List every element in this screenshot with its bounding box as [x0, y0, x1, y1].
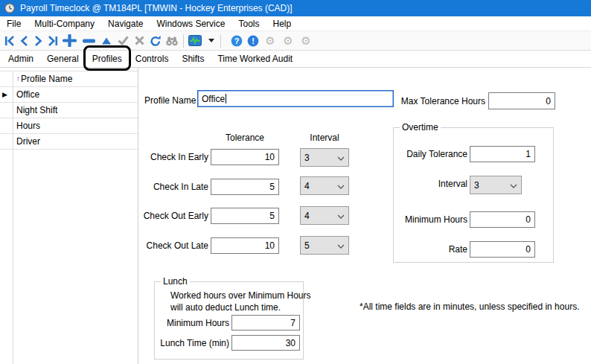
profile-list-panel: ↑ Profile Name ▶ Office Night Shift Hour…: [0, 68, 138, 364]
max-tolerance-hours-label: Max Tolerance Hours: [400, 96, 485, 106]
chevron-down-icon: [337, 153, 345, 163]
check-out-late-interval-value: 5: [304, 240, 310, 251]
overtime-interval-select[interactable]: 3: [470, 176, 522, 194]
check-out-early-interval-value: 4: [304, 211, 310, 221]
monitor-dropdown-icon[interactable]: [203, 33, 217, 49]
daily-tolerance-label: Daily Tolerance: [394, 149, 467, 159]
check-in-late-tolerance-value: 5: [269, 182, 275, 192]
tolerance-column-header: Tolerance: [211, 132, 279, 143]
menu-multi-company[interactable]: Multi-Company: [28, 17, 101, 31]
timeclock-monitor-icon[interactable]: [187, 33, 203, 49]
menu-file[interactable]: File: [0, 17, 28, 31]
binoculars-find-icon[interactable]: [164, 33, 180, 49]
window-title: Payroll Timeclock @ TM184PL [TMWIN - Hoc…: [20, 3, 293, 13]
lunch-groupbox: Lunch Worked hours over Minimum Hours wi…: [154, 281, 304, 360]
check-in-early-interval-select[interactable]: 3: [300, 148, 349, 167]
check-in-early-interval-value: 3: [304, 153, 310, 163]
check-out-early-interval-select[interactable]: 4: [300, 206, 349, 225]
check-in-early-tolerance-input[interactable]: 10: [211, 149, 279, 165]
overtime-minimum-hours-label: Minimum Hours: [394, 214, 467, 225]
check-out-late-tolerance-value: 10: [265, 240, 275, 251]
tab-controls[interactable]: Controls: [129, 51, 176, 66]
gear-icon[interactable]: ⚙: [297, 35, 315, 46]
lunch-description-line2: will auto deduct Lunch time.: [170, 302, 281, 313]
delete-record-icon[interactable]: [79, 33, 98, 49]
profile-row-label: Office: [16, 89, 39, 100]
add-record-icon[interactable]: [60, 33, 79, 49]
sort-ascending-icon: ↑: [16, 74, 20, 83]
daily-tolerance-input[interactable]: 1: [470, 146, 535, 162]
profile-row-hours[interactable]: Hours: [0, 118, 138, 134]
menu-help[interactable]: Help: [266, 17, 298, 31]
titlebar: Payroll Timeclock @ TM184PL [TMWIN - Hoc…: [0, 0, 591, 16]
overtime-interval-value: 3: [474, 180, 479, 191]
chevron-down-icon: [337, 240, 345, 251]
check-in-late-tolerance-input[interactable]: 5: [211, 179, 279, 195]
check-out-late-tolerance-input[interactable]: 10: [211, 237, 279, 254]
accept-icon[interactable]: [115, 33, 131, 49]
check-in-late-interval-value: 4: [304, 181, 310, 191]
lunch-time-value: 30: [286, 338, 296, 348]
toolbar-separator: [183, 34, 184, 48]
profile-row-label: Driver: [16, 136, 40, 147]
menu-navigate[interactable]: Navigate: [101, 17, 150, 31]
refresh-icon[interactable]: [147, 33, 164, 49]
gear-icon[interactable]: ⚙: [261, 35, 279, 46]
check-out-late-interval-select[interactable]: 5: [300, 236, 349, 255]
chevron-down-icon: [510, 180, 517, 191]
max-tolerance-hours-value: 0: [546, 96, 551, 106]
gear-icon[interactable]: ⚙: [279, 35, 297, 46]
lunch-description-line1: Worked hours over Minimum Hours: [170, 290, 311, 301]
check-out-early-tolerance-input[interactable]: 5: [211, 208, 279, 224]
edit-record-icon[interactable]: [98, 33, 115, 49]
content: ↑ Profile Name ▶ Office Night Shift Hour…: [0, 68, 591, 364]
menubar: File Multi-Company Navigate Windows Serv…: [0, 16, 591, 31]
clock-app-icon: [4, 3, 15, 13]
tab-profiles[interactable]: Profiles: [86, 51, 129, 66]
profile-name-value: Office: [202, 94, 225, 104]
check-out-early-tolerance-value: 5: [269, 211, 275, 221]
lunch-time-input[interactable]: 30: [231, 335, 300, 351]
profile-row-label: Night Shift: [16, 105, 57, 115]
profile-name-input[interactable]: Office: [197, 90, 394, 107]
overtime-minimum-hours-input[interactable]: 0: [470, 211, 535, 228]
tabstrip: Admin General Profiles Controls Shifts T…: [0, 51, 591, 68]
next-record-icon[interactable]: [31, 33, 45, 49]
profile-form: Profile Name Office Max Tolerance Hours …: [138, 68, 591, 364]
profile-row-label: Hours: [16, 121, 40, 131]
check-in-late-label: Check In Late: [138, 182, 208, 192]
profile-row-night-shift[interactable]: Night Shift: [0, 103, 138, 118]
svg-text:?: ?: [234, 36, 240, 45]
rate-input[interactable]: 0: [470, 241, 535, 258]
overtime-groupbox-title: Overtime: [400, 122, 441, 132]
about-icon[interactable]: !: [245, 33, 261, 49]
help-icon[interactable]: ?: [229, 33, 245, 49]
check-in-late-interval-select[interactable]: 4: [300, 176, 349, 195]
lunch-time-label: Lunch Time (min): [155, 338, 229, 348]
lunch-minimum-hours-label: Minimum Hours: [155, 318, 229, 328]
profile-grid: ↑ Profile Name ▶ Office Night Shift Hour…: [0, 71, 138, 364]
tab-time-worked-audit[interactable]: Time Worked Audit: [211, 51, 299, 66]
tab-admin[interactable]: Admin: [1, 51, 40, 66]
tab-general[interactable]: General: [40, 51, 86, 66]
lunch-groupbox-title: Lunch: [161, 276, 190, 287]
previous-record-icon[interactable]: [17, 33, 31, 49]
cancel-icon[interactable]: [131, 33, 147, 49]
max-tolerance-hours-input[interactable]: 0: [488, 92, 555, 109]
profile-name-column-header[interactable]: ↑ Profile Name: [0, 71, 138, 87]
overtime-minimum-hours-value: 0: [525, 214, 531, 225]
menu-windows-service[interactable]: Windows Service: [150, 17, 231, 31]
chevron-down-icon: [337, 181, 345, 191]
menu-tools[interactable]: Tools: [231, 17, 266, 31]
check-out-late-label: Check Out Late: [138, 240, 208, 251]
last-record-icon[interactable]: [45, 33, 60, 49]
svg-text:!: !: [252, 36, 255, 45]
time-fields-footnote: *All time fields are in minutes, unless …: [360, 301, 579, 312]
first-record-icon[interactable]: [3, 33, 17, 49]
tab-shifts[interactable]: Shifts: [175, 51, 211, 66]
profile-row-driver[interactable]: Driver: [0, 134, 138, 150]
chevron-down-icon: [337, 211, 345, 221]
text-caret: [226, 94, 226, 103]
profile-row-office[interactable]: ▶ Office: [0, 87, 138, 103]
lunch-minimum-hours-input[interactable]: 7: [231, 315, 300, 331]
